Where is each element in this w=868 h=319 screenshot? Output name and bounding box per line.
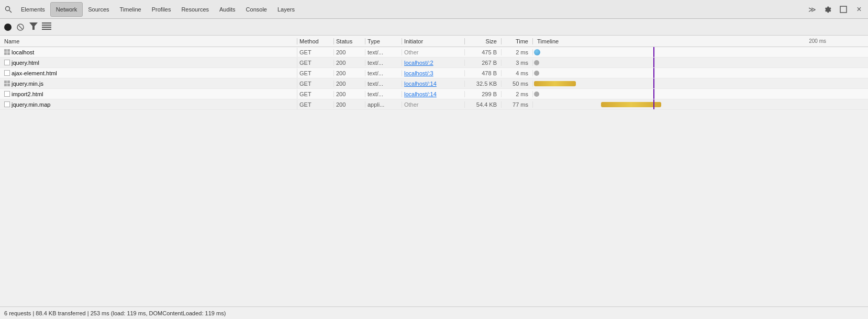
svg-line-1 (9, 10, 12, 13)
timeline-indicator (534, 49, 540, 55)
row-time: 77 ms (502, 101, 533, 108)
tab-sources[interactable]: Sources (83, 2, 114, 17)
row-timeline (533, 47, 868, 57)
row-checkbox[interactable] (2, 100, 12, 109)
row-timeline (533, 58, 868, 67)
svg-rect-9 (42, 29, 51, 30)
status-text: 6 requests | 88.4 KB transferred | 253 m… (4, 310, 226, 316)
row-initiator[interactable]: localhost/:14 (402, 81, 465, 87)
row-method: GET (297, 91, 334, 97)
row-checkbox[interactable] (2, 69, 12, 78)
row-filename: jquery.min.map (12, 101, 297, 108)
row-name-cell: ajax-element.html (0, 69, 297, 78)
row-method: GET (297, 81, 334, 87)
row-initiator[interactable]: localhost/:3 (402, 70, 465, 76)
svg-rect-2 (840, 6, 847, 13)
tab-elements[interactable]: Elements (16, 2, 50, 17)
row-time: 50 ms (502, 81, 533, 87)
network-toolbar (0, 19, 868, 36)
svg-rect-6 (42, 22, 51, 24)
row-size: 32.5 KB (465, 81, 502, 87)
timeline-200ms-label: 200 ms (809, 38, 826, 44)
tab-layers[interactable]: Layers (272, 2, 300, 17)
col-header-method[interactable]: Method (297, 38, 334, 44)
row-initiator[interactable]: localhost/:14 (402, 91, 465, 97)
row-status: 200 (334, 101, 365, 108)
svg-rect-7 (42, 25, 51, 26)
row-name-cell: jquery.min.map (0, 100, 297, 109)
row-size: 475 B (465, 49, 502, 55)
record-button[interactable] (4, 24, 12, 31)
timeline-vertical-line (653, 68, 654, 78)
row-status: 200 (334, 81, 365, 87)
timeline-indicator (534, 60, 539, 65)
col-header-initiator[interactable]: Initiator (402, 38, 465, 44)
row-filename: import2.html (12, 91, 297, 97)
close-icon[interactable]: × (853, 4, 865, 15)
filter-button[interactable] (29, 22, 38, 31)
row-type: appli... (365, 101, 402, 108)
timeline-vertical-line (653, 99, 654, 109)
status-bar: 6 requests | 88.4 KB transferred | 253 m… (0, 306, 868, 319)
table-row[interactable]: jquery.min.js GET 200 text/... localhost… (0, 78, 868, 89)
timeline-indicator (534, 92, 539, 97)
col-header-status[interactable]: Status (334, 38, 365, 44)
row-status: 200 (334, 91, 365, 97)
network-table: Name Method Status Type Initiator Size T… (0, 36, 868, 306)
row-time: 2 ms (502, 91, 533, 97)
tab-profiles[interactable]: Profiles (147, 2, 176, 17)
row-checkbox[interactable] (2, 89, 12, 99)
row-status: 200 (334, 49, 365, 55)
timeline-vertical-line (653, 78, 654, 88)
row-time: 2 ms (502, 49, 533, 55)
row-type: text/... (365, 91, 402, 97)
row-size: 54.4 KB (465, 101, 502, 108)
svg-rect-8 (42, 27, 51, 28)
table-row[interactable]: jquery.html GET 200 text/... localhost/:… (0, 58, 868, 68)
tab-audits[interactable]: Audits (214, 2, 241, 17)
col-header-size[interactable]: Size (465, 38, 502, 44)
timeline-vertical-line (653, 47, 654, 57)
row-type: text/... (365, 49, 402, 55)
row-time: 4 ms (502, 70, 533, 76)
row-timeline (533, 68, 868, 78)
tab-network[interactable]: Network (50, 2, 83, 17)
row-checkbox[interactable] (2, 58, 12, 67)
tab-timeline[interactable]: Timeline (115, 2, 147, 17)
main-content: Name Method Status Type Initiator Size T… (0, 36, 868, 306)
row-size: 299 B (465, 91, 502, 97)
row-checkbox[interactable] (2, 79, 12, 88)
row-timeline (533, 78, 868, 88)
row-timeline (533, 99, 868, 109)
col-header-type[interactable]: Type (365, 38, 402, 44)
row-checkbox[interactable] (2, 48, 12, 57)
tab-console[interactable]: Console (241, 2, 272, 17)
row-name-cell: jquery.min.js (0, 79, 297, 88)
col-header-name[interactable]: Name (0, 38, 297, 44)
table-header: Name Method Status Type Initiator Size T… (0, 36, 868, 47)
row-filename: localhost (12, 49, 297, 55)
row-size: 267 B (465, 60, 502, 66)
dock-icon[interactable] (838, 4, 849, 15)
nav-right-controls: ≫ × (806, 4, 865, 15)
row-timeline (533, 89, 868, 99)
table-row[interactable]: jquery.min.map GET 200 appli... Other 54… (0, 99, 868, 110)
row-filename: jquery.min.js (12, 81, 297, 87)
row-type: text/... (365, 70, 402, 76)
timeline-indicator (534, 71, 539, 76)
table-row[interactable]: import2.html GET 200 text/... localhost/… (0, 89, 868, 99)
list-rows-button[interactable] (42, 22, 51, 31)
col-header-time[interactable]: Time (502, 38, 533, 44)
row-method: GET (297, 70, 334, 76)
table-row[interactable]: ajax-element.html GET 200 text/... local… (0, 68, 868, 78)
table-row[interactable]: localhost GET 200 text/... Other 475 B 2… (0, 47, 868, 58)
col-header-timeline[interactable]: Timeline 200 ms (533, 38, 868, 44)
execute-icon[interactable]: ≫ (806, 4, 818, 15)
row-initiator[interactable]: localhost/:2 (402, 60, 465, 66)
tab-resources[interactable]: Resources (176, 2, 214, 17)
stop-button[interactable] (16, 22, 25, 32)
table-body: localhost GET 200 text/... Other 475 B 2… (0, 47, 868, 306)
search-icon[interactable] (3, 4, 14, 15)
settings-icon[interactable] (822, 4, 833, 15)
row-method: GET (297, 60, 334, 66)
